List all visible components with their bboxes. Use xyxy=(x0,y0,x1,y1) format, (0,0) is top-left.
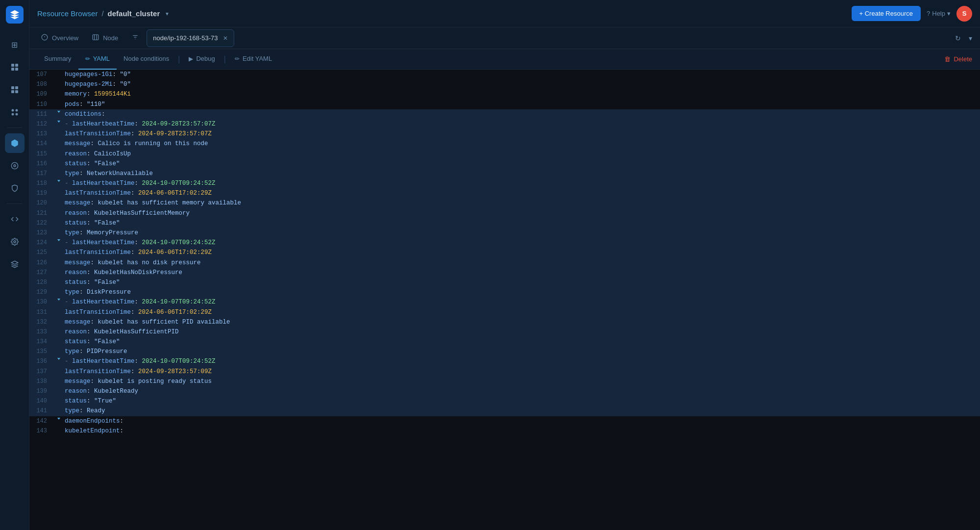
refresh-button[interactable]: ↻ xyxy=(953,32,963,44)
sidebar-item-layers[interactable] xyxy=(5,254,24,274)
help-button[interactable]: ? Help ▾ xyxy=(927,10,951,17)
sidebar-item-shield[interactable] xyxy=(5,178,24,198)
code-line-111: 111conditions: xyxy=(29,109,980,119)
line-fold-142[interactable] xyxy=(55,416,63,421)
sidebar-item-grid2[interactable] xyxy=(5,80,24,100)
breadcrumb-cluster-name[interactable]: default_cluster xyxy=(108,9,160,18)
line-content-110: pods: "110" xyxy=(63,100,980,109)
subtab-node-conditions[interactable]: Node conditions xyxy=(117,49,176,70)
code-line-116: 116status: "False" xyxy=(29,159,980,169)
svg-point-13 xyxy=(14,165,16,167)
code-line-127: 127reason: KubeletHasNoDiskPressure xyxy=(29,268,980,278)
line-number-131: 131 xyxy=(29,307,55,317)
subtab-summary[interactable]: Summary xyxy=(37,49,78,70)
subtab-yaml-label: YAML xyxy=(93,55,110,62)
subtab-debug[interactable]: ▶ Debug xyxy=(182,49,221,70)
tab-node-ip[interactable]: node/ip-192-168-53-73 ✕ xyxy=(147,29,234,47)
sidebar: ⊞ xyxy=(0,0,29,530)
line-fold-112[interactable] xyxy=(55,119,63,124)
subtab-edit-yaml[interactable]: ✏ Edit YAML xyxy=(228,49,279,70)
code-line-142: 142daemonEndpoints: xyxy=(29,416,980,426)
create-resource-button[interactable]: + Create Resource xyxy=(852,6,921,21)
subtab-bar: Summary ✏ YAML Node conditions | ▶ Debug… xyxy=(29,49,980,70)
editor-wrapper: 107hugepages-1Gi: "0"108hugepages-2Mi: "… xyxy=(29,70,980,530)
line-content-135: type: PIDPressure xyxy=(63,347,980,356)
code-line-120: 120message: kubelet has sufficient memor… xyxy=(29,198,980,208)
line-fold-124[interactable] xyxy=(55,238,63,243)
sidebar-item-cube[interactable] xyxy=(5,133,24,153)
sidebar-item-apps[interactable] xyxy=(5,102,24,122)
code-line-108: 108hugepages-2Mi: "0" xyxy=(29,79,980,89)
svg-rect-19 xyxy=(93,35,98,40)
more-options-button[interactable]: ▾ xyxy=(967,32,974,44)
code-line-140: 140status: "True" xyxy=(29,396,980,406)
line-content-107: hugepages-1Gi: "0" xyxy=(63,70,980,79)
code-editor[interactable]: 107hugepages-1Gi: "0"108hugepages-2Mi: "… xyxy=(29,70,980,530)
line-number-137: 137 xyxy=(29,367,55,377)
tab-icon-only[interactable] xyxy=(126,29,145,47)
line-content-109: memory: 15995144Ki xyxy=(63,89,980,99)
help-dropdown-arrow: ▾ xyxy=(947,10,951,17)
code-line-126: 126message: kubelet has no disk pressure xyxy=(29,258,980,268)
line-content-125: lastTransitionTime: 2024-06-06T17:02:29Z xyxy=(63,248,980,257)
line-number-139: 139 xyxy=(29,386,55,396)
svg-rect-4 xyxy=(11,86,14,89)
line-content-128: status: "False" xyxy=(63,278,980,287)
sidebar-item-code[interactable] xyxy=(5,209,24,229)
sidebar-item-settings-circle[interactable] xyxy=(5,156,24,176)
cube-icon xyxy=(10,139,19,148)
line-content-116: status: "False" xyxy=(63,159,980,169)
code-icon xyxy=(11,215,19,223)
tab-node[interactable]: Node xyxy=(86,29,124,47)
line-number-108: 108 xyxy=(29,79,55,89)
icon-only-tab-icon xyxy=(132,34,139,42)
code-line-129: 129type: DiskPressure xyxy=(29,287,980,297)
sidebar-item-gear[interactable] xyxy=(5,232,24,252)
sidebar-item-grid1[interactable] xyxy=(5,57,24,77)
svg-rect-6 xyxy=(11,90,14,93)
line-content-140: status: "True" xyxy=(63,396,980,406)
line-content-108: hugepages-2Mi: "0" xyxy=(63,79,980,89)
code-line-119: 119lastTransitionTime: 2024-06-06T17:02:… xyxy=(29,188,980,198)
line-number-138: 138 xyxy=(29,377,55,386)
code-line-133: 133reason: KubeletHasSufficientPID xyxy=(29,327,980,337)
code-line-110: 110pods: "110" xyxy=(29,100,980,109)
line-fold-118[interactable] xyxy=(55,178,63,183)
delete-resource-button[interactable]: 🗑 Delete xyxy=(944,55,972,63)
app-logo[interactable] xyxy=(6,6,24,24)
line-content-118: - lastHeartbeatTime: 2024-10-07T09:24:52… xyxy=(63,178,980,188)
line-number-120: 120 xyxy=(29,198,55,208)
code-line-139: 139reason: KubeletReady xyxy=(29,386,980,396)
filter-icon xyxy=(132,34,139,41)
svg-rect-0 xyxy=(11,64,14,67)
line-fold-136[interactable] xyxy=(55,356,63,361)
cluster-dropdown-arrow[interactable]: ▾ xyxy=(166,10,169,17)
tab-overview[interactable]: Overview xyxy=(35,29,84,47)
line-content-142: daemonEndpoints: xyxy=(63,416,980,426)
line-number-130: 130 xyxy=(29,297,55,307)
line-content-112: - lastHeartbeatTime: 2024-09-28T23:57:07… xyxy=(63,119,980,129)
subtab-separator-2: | xyxy=(222,55,228,64)
svg-marker-29 xyxy=(57,299,60,301)
line-number-124: 124 xyxy=(29,238,55,248)
svg-marker-15 xyxy=(11,261,18,264)
user-avatar[interactable]: S xyxy=(956,6,972,22)
svg-marker-28 xyxy=(57,239,60,241)
subtab-debug-label: Debug xyxy=(196,55,215,62)
breadcrumb-resource-browser[interactable]: Resource Browser xyxy=(37,9,98,18)
subtab-yaml[interactable]: ✏ YAML xyxy=(78,49,117,70)
tab-close-button[interactable]: ✕ xyxy=(223,35,228,42)
line-number-129: 129 xyxy=(29,287,55,297)
line-number-134: 134 xyxy=(29,337,55,347)
line-content-133: reason: KubeletHasSufficientPID xyxy=(63,327,980,337)
code-line-132: 132message: kubelet has sufficient PID a… xyxy=(29,317,980,327)
line-content-137: lastTransitionTime: 2024-09-28T23:57:09Z xyxy=(63,367,980,377)
line-number-143: 143 xyxy=(29,426,55,436)
line-fold-111[interactable] xyxy=(55,109,63,114)
sidebar-item-home[interactable]: ⊞ xyxy=(5,35,24,54)
line-number-112: 112 xyxy=(29,119,55,129)
line-number-141: 141 xyxy=(29,406,55,416)
gear-icon xyxy=(11,238,19,246)
line-content-113: lastTransitionTime: 2024-09-28T23:57:07Z xyxy=(63,129,980,139)
line-fold-130[interactable] xyxy=(55,297,63,302)
